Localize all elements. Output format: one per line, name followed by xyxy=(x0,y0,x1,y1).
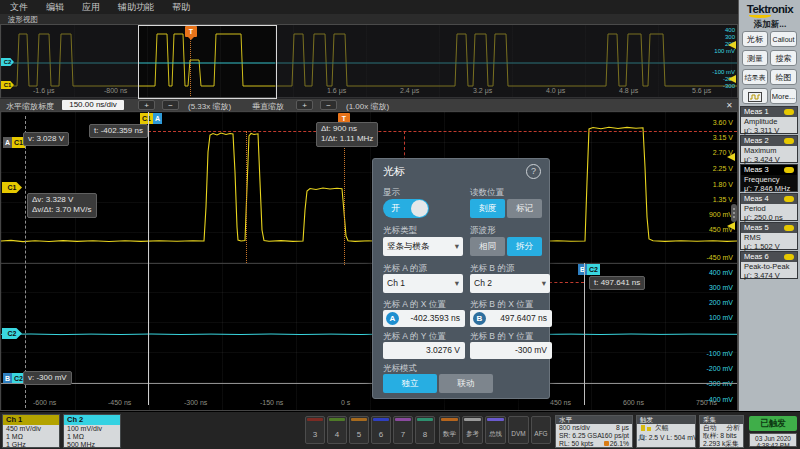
meas-3-badge[interactable]: Meas 3 Frequency μ': 7.846 MHz xyxy=(740,164,798,192)
cursor-a-y-input[interactable]: 3.0276 V xyxy=(383,342,465,359)
horizontal-scale: 800 ns/div xyxy=(559,424,590,431)
triggered-status-button[interactable]: 已触发 xyxy=(749,416,797,431)
cursor-a-source-dropdown[interactable]: Ch 1 ▾ xyxy=(383,274,463,293)
delta-freq-value: 1/Δt: 1.11 MHz xyxy=(321,134,373,144)
trigger-upper-level-arrow-icon[interactable] xyxy=(723,153,735,161)
ch2-impedance: 1 MΩ xyxy=(64,433,120,441)
cursor-dialog[interactable]: 光标 ? 显示 开 读数位置 刻度 标记 光标类型 竖条与横条 ▾ 源波形 相同… xyxy=(372,158,550,399)
ch7-button[interactable]: 7 xyxy=(393,416,413,444)
trigger-lower-level-arrow-icon[interactable] xyxy=(723,222,735,230)
more-button[interactable]: More... xyxy=(770,88,797,104)
delta-slope-value: Δv/Δt: 3.70 MV/s xyxy=(32,205,92,215)
meas-4-badge[interactable]: Meas 4 Period μ': 250.0 ns xyxy=(740,193,798,221)
mode-linked-button[interactable]: 联动 xyxy=(439,374,493,393)
main-waveform-view[interactable]: C1 A T B C2 A C1 C1 C2 B C2 t: -402.359 … xyxy=(0,111,738,411)
readout-graticule-button[interactable]: 刻度 xyxy=(470,199,505,218)
cursor-b-vline[interactable] xyxy=(584,263,585,405)
ch2-badge[interactable]: Ch 2 100 mV/div 1 MΩ 500 MHz xyxy=(63,414,121,448)
trigger-badge-title: 触发 xyxy=(637,416,695,424)
meas-6-badge[interactable]: Meas 6 Peak-to-Peak μ': 3.474 V xyxy=(740,251,798,279)
overview-time-label: -1.6 μs xyxy=(33,87,55,94)
bus-button[interactable]: 总线 xyxy=(485,416,506,444)
meas-4-name: Period xyxy=(741,204,797,213)
add-search-button[interactable]: 搜索 xyxy=(770,50,797,66)
meas-1-badge[interactable]: Meas 1 Amplitude μ': 3.311 V xyxy=(740,106,798,134)
horizontal-badge[interactable]: 水平 800 ns/div8 μs SR: 6.25 GSA160 ps/pt … xyxy=(555,415,633,448)
add-results-table-button[interactable]: 结果表 xyxy=(742,69,768,85)
v-zoom-plus-button[interactable]: + xyxy=(296,100,313,110)
menu-utility[interactable]: 辅助功能 xyxy=(118,1,154,14)
menu-edit[interactable]: 编辑 xyxy=(46,1,64,14)
overview-trigger-flag[interactable]: T xyxy=(185,26,197,37)
help-icon[interactable]: ? xyxy=(526,164,541,179)
ch6-button[interactable]: 6 xyxy=(371,416,391,444)
readout-badge-button[interactable]: 标记 xyxy=(507,199,542,218)
menu-help[interactable]: 帮助 xyxy=(172,1,190,14)
add-callout-button[interactable]: Callout xyxy=(770,31,797,47)
meas-2-badge[interactable]: Meas 2 Maximum μ': 3.424 V xyxy=(740,135,798,163)
cursor-b-source-dropdown[interactable]: Ch 2 ▾ xyxy=(470,274,550,293)
main-time-label: 0 s xyxy=(341,399,350,406)
cursor-b-hline[interactable] xyxy=(1,383,737,384)
source-split-button[interactable]: 拆分 xyxy=(507,237,542,256)
cursor-a-top-flag[interactable]: C1 A xyxy=(140,113,162,124)
meas-4-header: Meas 4 xyxy=(741,194,797,204)
cursor-type-dropdown[interactable]: 竖条与横条 ▾ xyxy=(383,237,463,256)
trigger-levels: U: 2.5 V L: 504 mV xyxy=(637,434,695,442)
trigger-badge[interactable]: 触发 欠幅 U: 2.5 V L: 504 mV xyxy=(636,415,696,448)
chevron-down-icon: ▾ xyxy=(542,274,546,293)
ch1-badge[interactable]: Ch 1 450 mV/div 1 MΩ 1 GHz xyxy=(2,414,60,448)
cursor-a-vline[interactable] xyxy=(148,112,149,405)
main-waveforms xyxy=(1,112,737,410)
cursor-b-x-input[interactable]: B 497.6407 ns xyxy=(470,310,552,327)
meas-5-name: RMS xyxy=(741,233,797,242)
afg-button[interactable]: AFG xyxy=(531,416,551,444)
zoom-toolbar: 水平缩放标度 150.00 ns/div + − (5.33x 缩放) 垂直缩放… xyxy=(0,98,738,112)
cursor-a-left-tag[interactable]: A C1 xyxy=(3,137,25,148)
cursor-b-badge-icon: B xyxy=(473,312,486,325)
cursor-b-flag-channel: C2 xyxy=(587,264,600,275)
cursor-a-x-input[interactable]: A -402.3593 ns xyxy=(383,310,465,327)
meas-4-value: μ': 250.0 ns xyxy=(741,213,797,222)
h-zoom-minus-button[interactable]: − xyxy=(162,100,179,110)
ch1-badge-header: Ch 1 xyxy=(3,415,59,425)
math-button[interactable]: 数学 xyxy=(439,416,460,444)
mode-independent-button[interactable]: 独立 xyxy=(383,374,437,393)
v-zoom-minus-button[interactable]: − xyxy=(320,100,337,110)
trigger-lower-level-arrow-icon[interactable] xyxy=(724,75,736,83)
add-measure-button[interactable]: 测量 xyxy=(742,50,768,66)
ch2-bandwidth: 500 MHz xyxy=(64,441,120,449)
ref-button[interactable]: 参考 xyxy=(462,416,483,444)
add-cursor-button[interactable]: 光标 xyxy=(742,31,768,47)
tektronix-logo: Tektronix xyxy=(739,3,800,15)
ch2-scale-label: 100 mV xyxy=(691,314,733,321)
ref-color-stripe xyxy=(464,418,481,421)
h-zoom-scale-input[interactable]: 150.00 ns/div xyxy=(62,100,124,110)
display-toggle[interactable]: 开 xyxy=(383,199,429,218)
h-zoom-plus-button[interactable]: + xyxy=(138,100,155,110)
ch5-button[interactable]: 5 xyxy=(349,416,369,444)
menu-applications[interactable]: 应用 xyxy=(82,1,100,14)
ch4-button[interactable]: 4 xyxy=(327,416,347,444)
add-new-label: 添加新... xyxy=(739,19,800,31)
dvm-button[interactable]: DVM xyxy=(508,416,529,444)
ch5-color-stripe xyxy=(351,418,367,421)
scope-view-icon-button[interactable] xyxy=(742,88,768,104)
ch2-scale: 100 mV/div xyxy=(64,425,120,433)
overview-zoom-window[interactable] xyxy=(138,25,277,99)
horizontal-duration: 8 μs xyxy=(616,424,629,432)
scale-scroll-grip[interactable] xyxy=(731,204,737,222)
add-plot-button[interactable]: 绘图 xyxy=(770,69,797,85)
acquisition-badge[interactable]: 采集 自动分析 取样: 8 bits 2.293 k采集 xyxy=(699,415,744,448)
ch3-button[interactable]: 3 xyxy=(305,416,325,444)
ch8-button[interactable]: 8 xyxy=(415,416,435,444)
cursor-b-y-input[interactable]: -300 mV xyxy=(470,342,552,359)
trigger-upper-level-arrow-icon[interactable] xyxy=(724,41,736,49)
source-same-button[interactable]: 相同 xyxy=(470,237,505,256)
menu-file[interactable]: 文件 xyxy=(10,1,28,14)
cursor-b-flag[interactable]: B C2 xyxy=(578,264,600,275)
waveform-overview[interactable]: T C1 C2 -1.6 μs -800 ns 1.6 μs 2.4 μs 3.… xyxy=(0,24,738,98)
main-time-label: 750 ns xyxy=(696,399,717,406)
meas-5-badge[interactable]: Meas 5 RMS μ': 1.502 V xyxy=(740,222,798,250)
zoom-close-icon[interactable]: ✕ xyxy=(726,101,733,110)
